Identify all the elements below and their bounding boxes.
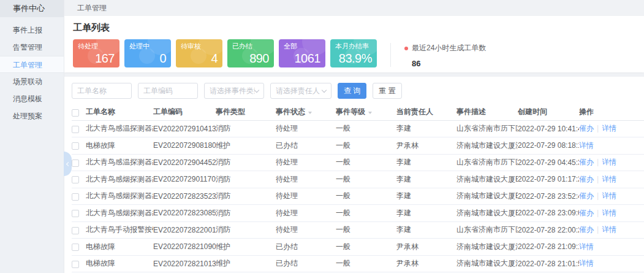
stat-card-label: 全部 bbox=[284, 42, 320, 50]
column-header-label: 工单名称 bbox=[86, 107, 115, 116]
urge-link[interactable]: 催办 bbox=[579, 225, 594, 234]
stat-card-processing: 处理中0 bbox=[124, 39, 171, 67]
cell-desc: 济南城市建设大厦消防梯... bbox=[456, 239, 518, 256]
detail-link[interactable]: 详情 bbox=[602, 175, 616, 183]
detail-link[interactable]: 详情 bbox=[602, 209, 616, 217]
cell-code: EV20220729081800961 bbox=[153, 137, 216, 155]
filter-icon[interactable] bbox=[308, 112, 312, 114]
work-order-table: 工单名称工单编码事件类型事件状态事件等级当前责任人事件描述创建时间操作 北大青鸟… bbox=[72, 104, 644, 273]
owner-select[interactable]: 请选择责任人 bbox=[270, 83, 331, 99]
workorder-panel: 请选择事件类型 请选择责任人 查 询 重 置 工单名称工单编码事件类型事件状态事… bbox=[64, 77, 644, 273]
cell-level: 一般 bbox=[336, 255, 396, 272]
urge-link[interactable]: 催办 bbox=[579, 124, 594, 133]
cell-status: 待处理 bbox=[276, 205, 336, 222]
cell-desc: 山东省济南市历下区济南... bbox=[456, 120, 518, 137]
sidebar-item-workorder-manage[interactable]: 工单管理 bbox=[0, 56, 64, 73]
cell-owner: 李建 bbox=[396, 221, 456, 239]
cell-status: 待处理 bbox=[276, 221, 336, 239]
row-checkbox[interactable] bbox=[72, 261, 79, 268]
detail-link[interactable]: 详情 bbox=[579, 259, 594, 267]
order-name-input[interactable] bbox=[72, 83, 132, 99]
table-row: 北大青鸟感烟探测器故障EV20220728230853750消防待处理一般李建济… bbox=[72, 205, 644, 222]
reset-button[interactable]: 重 置 bbox=[373, 83, 401, 99]
cell-ops: 催办|详情 bbox=[579, 154, 644, 171]
cell-code: EV20220729011706036 bbox=[153, 171, 216, 188]
urge-link[interactable]: 催办 bbox=[579, 191, 594, 200]
cell-owner: 李建 bbox=[396, 205, 456, 222]
cell-ops: 催办|详情 bbox=[579, 120, 644, 137]
stat-card-value: 4 bbox=[181, 52, 218, 66]
cell-code: EV20220728235233362 bbox=[153, 188, 216, 205]
row-checkbox-cell bbox=[72, 221, 86, 239]
select-all-checkbox[interactable] bbox=[72, 109, 79, 117]
column-header-label: 工单编码 bbox=[153, 107, 183, 116]
detail-link[interactable]: 详情 bbox=[602, 124, 616, 133]
detail-link[interactable]: 详情 bbox=[602, 158, 616, 166]
column-header-label: 事件等级 bbox=[336, 107, 365, 116]
detail-link[interactable]: 详情 bbox=[602, 191, 616, 200]
detail-link[interactable]: 详情 bbox=[579, 141, 594, 150]
sidebar-item-scene-linkage[interactable]: 场景联动 bbox=[0, 73, 64, 90]
column-header-label: 事件类型 bbox=[216, 107, 245, 116]
cell-owner: 李建 bbox=[396, 154, 456, 171]
cell-status: 待处理 bbox=[276, 154, 336, 171]
chevron-left-icon bbox=[66, 161, 70, 166]
cell-code: EV20220728230853750 bbox=[153, 205, 216, 222]
sidebar-item-message-template[interactable]: 消息模板 bbox=[0, 90, 64, 107]
row-checkbox[interactable] bbox=[72, 210, 79, 217]
cell-type: 维护 bbox=[216, 239, 276, 256]
cell-owner: 李建 bbox=[396, 120, 456, 137]
row-checkbox[interactable] bbox=[72, 142, 79, 150]
page-title: 工单列表 bbox=[73, 21, 635, 39]
cell-ops: 详情 bbox=[579, 137, 644, 155]
cell-type: 消防 bbox=[216, 205, 276, 222]
cell-ops: 催办|详情 bbox=[579, 188, 644, 205]
column-header-label: 当前责任人 bbox=[396, 107, 433, 116]
cell-desc: 济南城市建设大厦B3车... bbox=[456, 188, 518, 205]
row-checkbox[interactable] bbox=[72, 244, 79, 251]
sidebar-item-handle-plan[interactable]: 处理预案 bbox=[0, 107, 64, 125]
cell-ops: 催办|详情 bbox=[579, 221, 644, 239]
column-header-code: 工单编码 bbox=[153, 104, 216, 120]
table-row: 北大青鸟手动报警按钮故障EV20220728220014871消防待处理一般李建… bbox=[72, 221, 644, 239]
row-checkbox-cell bbox=[72, 239, 86, 256]
row-checkbox[interactable] bbox=[72, 126, 79, 133]
sidebar-item-alarm-manage[interactable]: 告警管理 bbox=[0, 39, 64, 56]
cell-level: 一般 bbox=[336, 239, 396, 256]
cell-name: 电梯故障 bbox=[86, 255, 153, 272]
column-header-label: 事件状态 bbox=[276, 107, 305, 116]
filter-icon[interactable] bbox=[368, 112, 372, 114]
urge-link[interactable]: 催办 bbox=[579, 175, 594, 183]
row-checkbox[interactable] bbox=[72, 193, 79, 201]
sidebar-item-event-report[interactable]: 事件上报 bbox=[0, 21, 64, 39]
search-button[interactable]: 查 询 bbox=[338, 83, 366, 99]
cell-level: 一般 bbox=[336, 205, 396, 222]
chevron-down-icon bbox=[254, 87, 259, 92]
row-checkbox[interactable] bbox=[72, 160, 79, 167]
table-row: 北大青鸟感烟探测器故障EV20220728235233362消防待处理一般李建济… bbox=[72, 188, 644, 205]
recent-workorders-label-row: 最近24小时生成工单数 bbox=[404, 43, 486, 53]
detail-link[interactable]: 详情 bbox=[579, 242, 594, 251]
cell-ops: 催办|详情 bbox=[579, 171, 644, 188]
cell-time: 2022-07-29 10:41:45 bbox=[518, 120, 579, 137]
order-code-input[interactable] bbox=[138, 83, 198, 99]
sidebar-menu: 事件上报告警管理工单管理场景联动消息模板处理预案 bbox=[0, 21, 64, 125]
urge-link[interactable]: 催办 bbox=[579, 158, 594, 166]
detail-link[interactable]: 详情 bbox=[602, 225, 616, 234]
work-order-table-body: 北大青鸟感温探测器故障EV20220729104130123消防待处理一般李建山… bbox=[72, 120, 644, 273]
column-header-type: 事件类型 bbox=[216, 104, 276, 120]
stat-card-value: 83.9% bbox=[335, 52, 372, 66]
event-type-select[interactable]: 请选择事件类型 bbox=[204, 83, 264, 99]
table-row: 北大青鸟感温探测器故障EV20220729044522068消防待处理一般李建山… bbox=[72, 154, 644, 171]
action-separator: | bbox=[597, 158, 599, 166]
row-checkbox[interactable] bbox=[72, 176, 79, 183]
cell-ops: 催办|详情 bbox=[579, 205, 644, 222]
column-header-ops: 操作 bbox=[579, 104, 644, 120]
cell-name: 电梯故障 bbox=[86, 239, 153, 256]
cell-desc: 济南城市建设大厦B3车... bbox=[456, 171, 518, 188]
breadcrumb-item: 工单管理 bbox=[77, 4, 107, 12]
cell-time: 2022-07-28 21:09:18 bbox=[518, 239, 579, 256]
urge-link[interactable]: 催办 bbox=[579, 209, 594, 217]
chevron-down-icon bbox=[322, 87, 327, 92]
row-checkbox[interactable] bbox=[72, 227, 79, 234]
